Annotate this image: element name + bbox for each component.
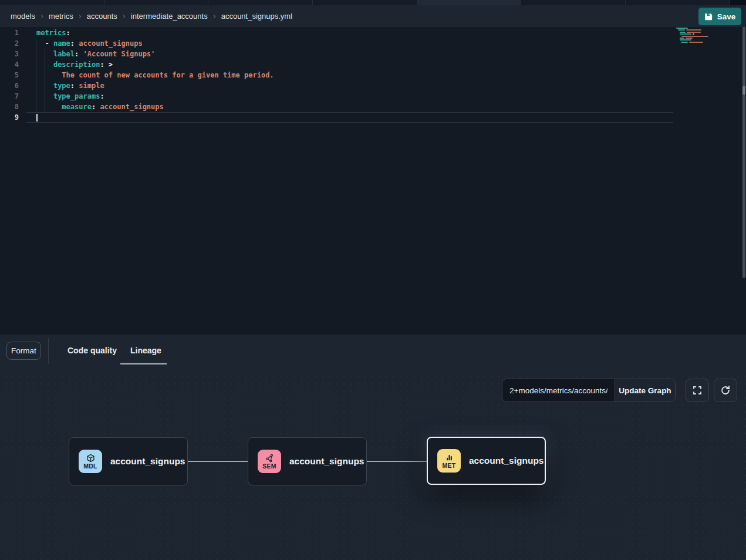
network-icon: [265, 454, 274, 463]
line-number: 8: [0, 102, 26, 112]
editor-tab[interactable]: [313, 0, 417, 5]
lineage-controls: Update Graph: [502, 379, 676, 402]
code-text: - name: account_signups: [26, 38, 673, 49]
editor-scrollbar-thumb[interactable]: [742, 86, 745, 95]
lineage-edge: [188, 461, 248, 463]
code-text: type_params:: [26, 91, 673, 102]
text-cursor: [36, 114, 38, 122]
refresh-icon: [720, 385, 731, 396]
bottom-panel: Format Code quality Lineage Update Graph: [0, 335, 746, 560]
editor-tab[interactable]: [104, 0, 209, 5]
editor-minimap[interactable]: [676, 28, 711, 43]
breadcrumb-item[interactable]: accounts: [87, 12, 117, 21]
ide-window: models › metrics › accounts › intermedia…: [0, 0, 746, 560]
bar-chart-icon: [445, 453, 454, 462]
line-number: 9: [0, 112, 26, 123]
line-number: 7: [0, 91, 26, 102]
fullscreen-button[interactable]: [686, 379, 709, 402]
code-text: label: 'Account Signups': [26, 49, 673, 59]
code-line[interactable]: 1metrics:: [0, 28, 673, 38]
breadcrumb: models › metrics › accounts › intermedia…: [0, 5, 746, 27]
minimap-line: [676, 36, 711, 37]
code-line[interactable]: 5 The count of new accounts for a given …: [0, 70, 673, 80]
line-number: 3: [0, 49, 26, 59]
divider: [48, 338, 49, 364]
tab-code-quality[interactable]: Code quality: [67, 346, 117, 355]
editor-tabstrip: [0, 0, 746, 5]
code-text: metrics:: [26, 28, 673, 38]
node-label: account_signups: [110, 456, 185, 467]
code-text: description: >: [26, 59, 673, 70]
update-graph-button[interactable]: Update Graph: [615, 379, 675, 402]
chevron-right-icon: ›: [40, 11, 43, 21]
minimap-line: [676, 42, 711, 43]
badge-label: MET: [442, 463, 455, 470]
save-button[interactable]: Save: [698, 8, 741, 25]
minimap-line: [676, 38, 711, 39]
code-line[interactable]: 4 description: >: [0, 59, 673, 70]
lineage-node-metric-selected[interactable]: MET account_signups: [427, 437, 546, 485]
code-text: [26, 112, 673, 123]
chevron-right-icon: ›: [79, 11, 82, 21]
minimap-line: [676, 29, 711, 31]
editor-tab-active[interactable]: [417, 0, 522, 5]
line-number: 6: [0, 80, 26, 91]
code-line[interactable]: 3 label: 'Account Signups': [0, 49, 673, 59]
refresh-button[interactable]: [714, 379, 737, 402]
editor-tab[interactable]: [626, 0, 730, 5]
lineage-edge: [367, 461, 427, 463]
badge-label: MDL: [83, 463, 97, 470]
breadcrumb-item[interactable]: metrics: [49, 12, 73, 21]
model-badge: MDL: [79, 450, 102, 473]
breadcrumb-item[interactable]: models: [11, 12, 35, 21]
semantic-badge: SEM: [258, 450, 281, 473]
chevron-right-icon: ›: [213, 11, 216, 21]
lineage-filter-input[interactable]: [502, 379, 615, 402]
breadcrumb-item[interactable]: intermediate_accounts: [131, 12, 208, 21]
indent-guide: [36, 38, 36, 112]
code-lines: 1metrics:2 - name: account_signups3 labe…: [0, 28, 673, 123]
editor-tab[interactable]: [0, 0, 104, 5]
lineage-node-semantic-model[interactable]: SEM account_signups: [248, 437, 367, 485]
save-label: Save: [717, 12, 736, 21]
code-text: type: simple: [26, 80, 673, 91]
tab-lineage[interactable]: Lineage: [130, 346, 161, 355]
tabstrip-spacer: [730, 0, 746, 5]
editor-scrollbar-track[interactable]: [742, 27, 745, 278]
code-line[interactable]: 2 - name: account_signups: [0, 38, 673, 49]
floppy-disk-icon: [704, 12, 713, 21]
node-label: account_signups: [289, 456, 364, 467]
line-number: 2: [0, 38, 26, 49]
chevron-right-icon: ›: [123, 11, 126, 21]
format-button[interactable]: Format: [6, 342, 41, 360]
line-number: 1: [0, 28, 26, 38]
fullscreen-icon: [692, 385, 703, 396]
lineage-filter-group: Update Graph: [502, 379, 676, 402]
lineage-node-model[interactable]: MDL account_signups: [69, 437, 188, 485]
minimap-line: [676, 32, 711, 33]
editor-tab[interactable]: [521, 0, 626, 5]
code-editor[interactable]: 1metrics:2 - name: account_signups3 labe…: [0, 27, 746, 335]
breadcrumb-item-current: account_signups.yml: [221, 12, 292, 21]
minimap-line: [676, 28, 711, 29]
line-number: 4: [0, 59, 26, 70]
metric-badge: MET: [437, 449, 461, 473]
badge-label: SEM: [262, 463, 276, 470]
minimap-line: [676, 39, 711, 41]
line-number: 5: [0, 70, 26, 80]
code-line[interactable]: 8 measure: account_signups: [0, 102, 673, 112]
editor-tab[interactable]: [208, 0, 313, 5]
lineage-canvas[interactable]: Update Graph: [0, 370, 746, 560]
minimap-line: [676, 33, 711, 35]
code-line[interactable]: 9: [0, 112, 673, 123]
code-line[interactable]: 6 type: simple: [0, 80, 673, 91]
cube-icon: [86, 454, 95, 463]
code-text: measure: account_signups: [26, 102, 673, 112]
node-label: account_signups: [469, 456, 544, 466]
indent-guide: [45, 49, 45, 112]
active-tab-underline: [120, 363, 167, 365]
code-line[interactable]: 7 type_params:: [0, 91, 673, 102]
code-text: The count of new accounts for a given ti…: [26, 70, 673, 80]
